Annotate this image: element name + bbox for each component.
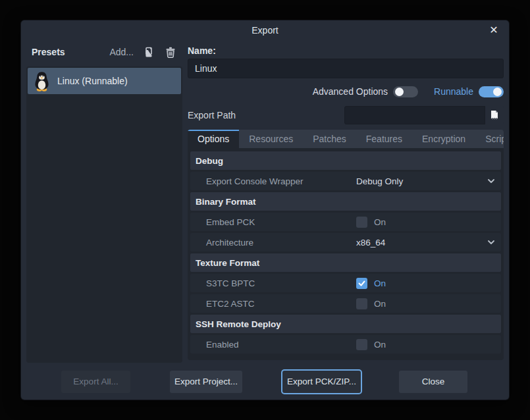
option-label: Architecture [206, 238, 253, 248]
export-dialog: Export ✕ Presets Add... [21, 20, 509, 400]
name-label: Name: [188, 43, 504, 59]
option-etc2-astc[interactable]: ETC2 ASTCOn [190, 294, 501, 313]
close-button[interactable]: Close [399, 371, 467, 393]
delete-icon[interactable] [164, 45, 177, 59]
tab-bar: OptionsResourcesPatchesFeaturesEncryptio… [188, 130, 504, 148]
option-architecture[interactable]: Architecturex86_64 [190, 233, 501, 251]
presets-header: Presets Add... [26, 43, 182, 61]
file-icon[interactable] [485, 106, 504, 124]
option-label: Embed PCK [206, 217, 255, 227]
add-preset-button[interactable]: Add... [109, 47, 134, 57]
export-all-button[interactable]: Export All... [61, 371, 130, 393]
section-texture-format: Texture Format [190, 253, 501, 272]
runnable-label: Runnable [434, 86, 473, 97]
checkbox-unchecked[interactable] [356, 339, 367, 350]
export-settings-column: Name: Advanced Options Runnable Export P… [188, 43, 504, 360]
option-label: S3TC BPTC [206, 278, 255, 288]
checkbox-unchecked[interactable] [356, 298, 367, 309]
options-panel: DebugExport Console WrapperDebug OnlyBin… [188, 148, 504, 360]
tab-encryption[interactable]: Encryption [412, 130, 475, 148]
option-value: Debug Only [356, 176, 403, 186]
toggles-row: Advanced Options Runnable [188, 84, 504, 99]
preset-item-label: Linux (Runnable) [57, 76, 128, 86]
export-path-input[interactable] [344, 106, 485, 124]
chevron-down-icon[interactable] [487, 238, 496, 247]
export-path-row: Export Path [188, 105, 504, 125]
option-value: On [356, 278, 386, 289]
section-ssh-remote-deploy: SSH Remote Deploy [190, 315, 501, 333]
dropdown-value[interactable]: x86_64 [356, 238, 385, 248]
export-path-label: Export Path [188, 110, 236, 120]
tab-options[interactable]: Options [188, 130, 239, 148]
tab-patches[interactable]: Patches [303, 130, 356, 148]
toggle-knob [493, 88, 502, 96]
dropdown-value[interactable]: Debug Only [356, 176, 403, 186]
option-s3tc-bptc[interactable]: S3TC BPTCOn [190, 274, 501, 292]
advanced-options-toggle[interactable] [393, 86, 418, 97]
section-label: SSH Remote Deploy [196, 319, 281, 329]
option-value: On [356, 217, 386, 228]
option-export-console-wrapper[interactable]: Export Console WrapperDebug Only [190, 172, 501, 190]
toggle-knob [395, 88, 404, 96]
section-label: Binary Format [196, 197, 256, 207]
dialog-title: Export [21, 25, 509, 36]
section-debug: Debug [190, 151, 501, 170]
chevron-down-icon[interactable] [487, 176, 496, 186]
option-label: Enabled [206, 340, 239, 350]
section-label: Debug [196, 156, 223, 166]
option-value: On [356, 298, 386, 309]
tab-scripts[interactable]: Scripts [475, 130, 504, 148]
option-value: On [356, 339, 386, 350]
option-value: x86_64 [356, 238, 385, 248]
title-bar: Export ✕ [21, 20, 509, 40]
preset-list: Linux (Runnable) [26, 66, 182, 363]
option-embed-pck[interactable]: Embed PCKOn [190, 213, 501, 231]
preset-item-linux[interactable]: Linux (Runnable) [28, 68, 181, 94]
option-enabled[interactable]: EnabledOn [190, 335, 501, 354]
footer-buttons: Export All...Export Project...Export PCK… [21, 371, 509, 393]
section-binary-format: Binary Format [190, 192, 501, 211]
section-label: Texture Format [196, 258, 259, 268]
option-label: ETC2 ASTC [206, 299, 255, 309]
checkbox-state-label: On [374, 278, 386, 288]
tab-resources[interactable]: Resources [239, 130, 303, 148]
export-project-button[interactable]: Export Project... [170, 371, 242, 393]
close-icon[interactable]: ✕ [487, 23, 501, 38]
option-label: Export Console Wrapper [206, 176, 304, 186]
checkbox-unchecked[interactable] [356, 217, 367, 228]
export-pck-zip-button[interactable]: Export PCK/ZIP... [282, 371, 361, 393]
duplicate-icon[interactable] [143, 45, 156, 59]
checkbox-state-label: On [374, 340, 386, 350]
checkbox-state-label: On [374, 217, 386, 227]
presets-column: Presets Add... [26, 43, 182, 363]
name-input[interactable] [188, 59, 504, 78]
advanced-options-label: Advanced Options [313, 86, 388, 97]
checkbox-checked[interactable] [356, 278, 367, 289]
presets-title: Presets [32, 47, 65, 57]
tux-icon [33, 71, 51, 92]
runnable-toggle[interactable] [479, 86, 504, 97]
tab-features[interactable]: Features [356, 130, 412, 148]
checkbox-state-label: On [374, 299, 386, 309]
